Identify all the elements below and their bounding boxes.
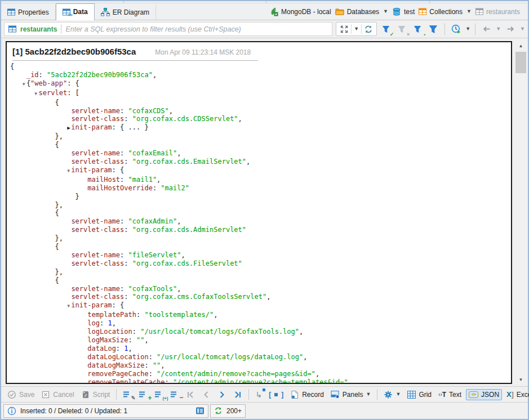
json-line: servlet-name: "fileServlet",: [10, 251, 511, 260]
table-grey-icon: [475, 8, 483, 15]
auto-refresh-caret[interactable]: ▼: [465, 26, 470, 32]
grid-label: Grid: [419, 391, 432, 399]
auto-refresh-clock-button[interactable]: [450, 23, 462, 36]
json-line: log: 1,: [10, 319, 511, 328]
json-line: ▼{"web-app": {: [10, 79, 511, 89]
json-line: {: [10, 62, 511, 71]
last-row-button[interactable]: [231, 389, 245, 400]
database-icon: [392, 8, 401, 16]
scrollbar-track[interactable]: [514, 50, 528, 375]
refresh-button[interactable]: [362, 23, 375, 35]
filter-field: restaurants: [4, 22, 332, 36]
nav-back-caret[interactable]: ▼: [496, 26, 501, 32]
remove-filter-button[interactable]: ×: [396, 23, 408, 36]
breadcrumb: MongoDB - local Databases ▼ test Collect…: [269, 3, 528, 20]
panels-caret[interactable]: ▼: [366, 392, 371, 397]
collapse-arrow-icon[interactable]: ▼: [23, 81, 26, 89]
breadcrumb-label: MongoDB - local: [281, 8, 331, 16]
json-line: {: [10, 243, 511, 251]
script-icon: [81, 390, 90, 399]
json-line: servlet-class: "org.cofax.cds.CDSServlet…: [10, 115, 511, 123]
tab-properties[interactable]: Properties: [1, 5, 56, 20]
json-line: },: [10, 234, 511, 243]
grid-view-button[interactable]: Grid: [405, 390, 434, 400]
json-line: {: [10, 99, 511, 107]
record-label: Record: [302, 391, 324, 399]
json-line: {: [10, 209, 511, 217]
filter-table-label: restaurants: [20, 25, 57, 33]
er-diagram-icon: [101, 8, 110, 16]
nav-forward-caret[interactable]: ▼: [520, 26, 525, 32]
json-view-button[interactable]: <> JSON: [466, 389, 502, 400]
table-icon: [7, 8, 15, 16]
settings-button[interactable]: ▼: [381, 389, 403, 400]
row-count-box[interactable]: 200+: [210, 404, 246, 418]
scrollbar-thumb[interactable]: [515, 52, 526, 73]
databases-dropdown-caret[interactable]: ▼: [383, 9, 388, 14]
json-line: ▼servlet: [: [10, 89, 511, 99]
scroll-up-arrow-icon[interactable]: ▲: [514, 41, 528, 50]
delete-row-button[interactable]: −: [168, 390, 181, 400]
script-button[interactable]: Script: [79, 389, 113, 400]
filter-expand-group: ▼: [336, 22, 377, 36]
breadcrumb-connection[interactable]: MongoDB - local: [269, 7, 331, 16]
filter-history-caret[interactable]: ▼: [352, 23, 361, 35]
collapse-arrow-icon[interactable]: ▼: [34, 90, 38, 99]
custom-filter-button[interactable]: [428, 23, 440, 36]
apply-filter-button[interactable]: ✓: [380, 23, 393, 36]
value-viewer-icon[interactable]: [195, 406, 205, 415]
vertical-scrollbar[interactable]: ▲ ▼: [514, 41, 528, 384]
panels-button[interactable]: Panels ▼: [328, 389, 374, 400]
excel-export-button[interactable]: X] Excel: [504, 390, 529, 400]
divider: [116, 389, 117, 400]
document-panel[interactable]: [1] 5acb22f2d2bec90b906f53ca Mon Apr 09 …: [6, 41, 512, 384]
breadcrumb-entity[interactable]: restaurants: [475, 8, 520, 16]
json-code: { _id: "5acb22f2d2bec90b906f53ca", ▼{"we…: [7, 62, 511, 384]
settings-caret[interactable]: ▼: [395, 392, 401, 397]
save-filter-button[interactable]: ▪: [412, 23, 424, 36]
add-row-button[interactable]: +: [136, 390, 150, 400]
breadcrumb-databases[interactable]: Databases: [335, 8, 379, 16]
text-view-button[interactable]: ‹›T Text: [436, 390, 464, 400]
scroll-down-arrow-icon[interactable]: ▼: [514, 375, 528, 384]
sql-filter-input[interactable]: [65, 25, 328, 33]
nav-forward-button[interactable]: [504, 23, 517, 36]
expand-filter-panel-button[interactable]: [337, 23, 351, 35]
record-mode-button[interactable]: Record: [288, 389, 326, 400]
edit-value-button[interactable]: ✎: [121, 390, 134, 400]
json-line: servlet-class: "org.cofax.cms.CofaxTools…: [10, 293, 511, 301]
breadcrumb-label: Collections: [429, 8, 463, 16]
first-row-button[interactable]: [184, 389, 197, 400]
divider: [248, 389, 249, 400]
fetch-next-page-button[interactable]: ↳: [253, 390, 264, 400]
save-button[interactable]: Save: [5, 389, 37, 400]
collections-icon: [419, 8, 426, 15]
json-line: _id: "5acb22f2d2bec90b906f53ca",: [10, 71, 511, 79]
top-edge-strip: [1, 1, 528, 3]
json-line: removePageCache: "/content/admin/remove?…: [10, 370, 511, 378]
tab-er-diagram[interactable]: ER Diagram: [95, 5, 156, 20]
grid-icon: [407, 391, 416, 399]
gear-icon: [384, 390, 393, 399]
breadcrumb-collections[interactable]: Collections: [419, 8, 463, 16]
duplicate-row-button[interactable]: (+): [152, 390, 166, 400]
breadcrumb-label: Databases: [347, 8, 379, 16]
json-line: dataLogLocation: "/usr/local/tomcat/logs…: [10, 353, 511, 361]
json-line: logMaxSize: "",: [10, 336, 511, 345]
breadcrumb-database[interactable]: test: [392, 8, 415, 16]
cancel-button[interactable]: Cancel: [39, 389, 76, 400]
next-row-button[interactable]: [215, 389, 229, 400]
nav-back-button[interactable]: [480, 23, 492, 36]
save-label: Save: [19, 391, 34, 399]
text-label: Text: [449, 391, 461, 399]
divider: [377, 389, 377, 400]
fetch-all-rows-button[interactable]: []: [266, 390, 286, 400]
collections-dropdown-caret[interactable]: ▼: [466, 9, 472, 14]
json-line: {: [10, 141, 511, 149]
previous-row-button[interactable]: [199, 389, 213, 400]
json-label: JSON: [481, 391, 499, 399]
mongodb-leaf-icon: [269, 7, 278, 16]
edit-summary-text: Inserted: 0 / Deleted: 0 / Updated: 1: [20, 407, 127, 415]
tab-data[interactable]: <> Data: [56, 3, 95, 20]
json-line: servlet-name: "cofaxTools",: [10, 285, 511, 293]
